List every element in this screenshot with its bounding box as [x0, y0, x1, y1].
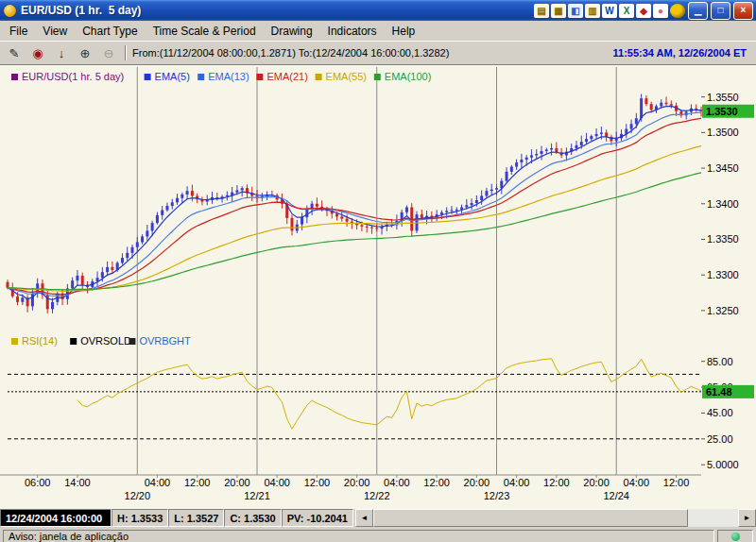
- crosshair-tool-button[interactable]: ◉: [27, 43, 48, 63]
- time-label: 12:00: [304, 477, 331, 488]
- candle-body: [290, 218, 293, 231]
- price-tick-label: 1.3500: [707, 127, 739, 138]
- rsi-tick-label: 5.0000: [707, 459, 739, 470]
- candle-body: [176, 198, 179, 203]
- candle-body: [165, 206, 168, 211]
- app-status-text: Aviso: janela de aplicação: [3, 530, 714, 542]
- candle-body: [146, 230, 148, 236]
- menu-item-view[interactable]: View: [35, 23, 75, 40]
- titlebar-icon-strip: ▤▦◧▥WX◆●▁□×: [534, 2, 756, 20]
- arrow-down-tool-button[interactable]: ↓: [51, 43, 72, 63]
- app-statusbar: Aviso: janela de aplicação: [0, 527, 756, 542]
- candle-body: [340, 216, 343, 218]
- pencil-tool-button[interactable]: ✎: [4, 43, 25, 63]
- time-label: 12:00: [423, 477, 450, 488]
- scroll-right-button[interactable]: ►: [738, 509, 756, 527]
- candle-body: [440, 212, 443, 214]
- restore-button[interactable]: □: [711, 2, 730, 20]
- candle-body: [171, 202, 174, 206]
- status-low: L: 1.3527: [168, 509, 224, 527]
- candle-body: [665, 103, 668, 105]
- time-label: 04:00: [264, 477, 290, 488]
- candle-body: [535, 154, 538, 156]
- candle-body: [81, 276, 84, 285]
- minimize-button[interactable]: ▁: [688, 2, 708, 20]
- chart-doc-4-icon[interactable]: ▥: [585, 4, 600, 18]
- app-pink-icon[interactable]: ●: [653, 4, 668, 18]
- price-tick-label: 1.3400: [707, 198, 739, 210]
- rsi-current-label: 61.48: [706, 386, 732, 398]
- candle-body: [101, 272, 104, 278]
- candle-body: [121, 258, 124, 263]
- titlebar[interactable]: EUR/USD (1 hr. 5 day) ▤▦◧▥WX◆●▁□×: [0, 0, 756, 21]
- candle-body: [515, 162, 518, 167]
- status-pivot: PV: -10.2041: [282, 509, 353, 527]
- candle-body: [235, 190, 238, 192]
- candle-body: [475, 200, 478, 203]
- price-tick-label: 1.3350: [707, 233, 739, 245]
- candle-body: [520, 160, 523, 162]
- excel-icon[interactable]: X: [619, 4, 634, 18]
- candle-body: [141, 236, 144, 242]
- chart-canvas[interactable]: 1.35501.35001.34501.34001.33501.33001.32…: [0, 65, 756, 509]
- close-button[interactable]: ×: [733, 2, 753, 20]
- messenger-ball-icon[interactable]: [670, 4, 685, 18]
- chart-region: 1.35501.35001.34501.34001.33501.33001.32…: [0, 65, 756, 509]
- app-red-icon[interactable]: ◆: [636, 4, 651, 18]
- candle-body: [131, 247, 134, 253]
- candle-body: [595, 134, 598, 136]
- app-window: EUR/USD (1 hr. 5 day) ▤▦◧▥WX◆●▁□× FileVi…: [0, 0, 756, 542]
- menu-item-drawing[interactable]: Drawing: [264, 23, 320, 40]
- candle-body: [605, 132, 608, 137]
- candle-body: [51, 302, 54, 310]
- candle-body: [506, 172, 508, 181]
- candle-body: [421, 214, 423, 218]
- menu-item-chart-type[interactable]: Chart Type: [75, 23, 145, 40]
- candle-body: [206, 200, 209, 202]
- rsi-legend-label: OVRSOLD: [80, 335, 131, 347]
- candle-body: [630, 124, 633, 128]
- candle-body: [360, 225, 363, 227]
- price-legend-label: EMA(100): [385, 71, 432, 82]
- menu-item-help[interactable]: Help: [385, 23, 423, 40]
- candle-body: [161, 211, 163, 215]
- connection-status-icon: [731, 533, 740, 541]
- chart-doc-2-icon[interactable]: ▦: [551, 4, 566, 18]
- candle-body: [485, 191, 488, 195]
- menu-item-time-scale-period[interactable]: Time Scale & Period: [146, 23, 264, 40]
- menu-item-file[interactable]: File: [2, 23, 35, 40]
- date-label: 12/24: [603, 490, 629, 501]
- candle-body: [600, 132, 603, 134]
- rsi-tick-label: 45.00: [707, 407, 733, 418]
- word-icon[interactable]: W: [602, 4, 617, 18]
- menu-item-indicators[interactable]: Indicators: [320, 23, 385, 40]
- candle-body: [545, 149, 548, 151]
- date-label: 12/22: [364, 490, 390, 501]
- candle-body: [590, 136, 593, 139]
- candle-body: [465, 205, 468, 207]
- candle-body: [640, 98, 643, 118]
- chart-doc-1-icon[interactable]: ▤: [534, 4, 549, 18]
- price-legend-marker: [256, 74, 263, 80]
- candle-body: [550, 148, 553, 150]
- date-label: 12/21: [244, 490, 270, 501]
- rsi-legend-label: OVRBGHT: [139, 335, 191, 347]
- scroll-track[interactable]: [688, 509, 738, 527]
- statusbar: 12/24/2004 16:00:00 H: 1.3533 L: 1.3527 …: [0, 509, 756, 527]
- rsi-tick-label: 85.00: [707, 356, 733, 367]
- horizontal-scrollbar[interactable]: ◄ ►: [355, 509, 756, 527]
- candle-body: [126, 253, 129, 258]
- candle-body: [136, 242, 139, 246]
- chart-doc-3-icon[interactable]: ◧: [568, 4, 583, 18]
- candle-body: [450, 211, 453, 212]
- price-legend-marker: [11, 74, 18, 80]
- zoom-in-tool-button[interactable]: ⊕: [75, 43, 95, 63]
- time-label: 20:00: [224, 477, 250, 488]
- menubar: FileViewChart TypeTime Scale & PeriodDra…: [0, 21, 756, 41]
- chart-range-text: From:(11/12/2004 08:00:00,1.2871) To:(12…: [132, 47, 449, 59]
- zoom-out-tool-button[interactable]: ⊖: [98, 43, 119, 63]
- scroll-left-button[interactable]: ◄: [355, 509, 373, 527]
- time-label: 04:00: [504, 477, 530, 488]
- current-price-label: 1.3530: [706, 106, 738, 117]
- scroll-thumb[interactable]: [373, 509, 688, 527]
